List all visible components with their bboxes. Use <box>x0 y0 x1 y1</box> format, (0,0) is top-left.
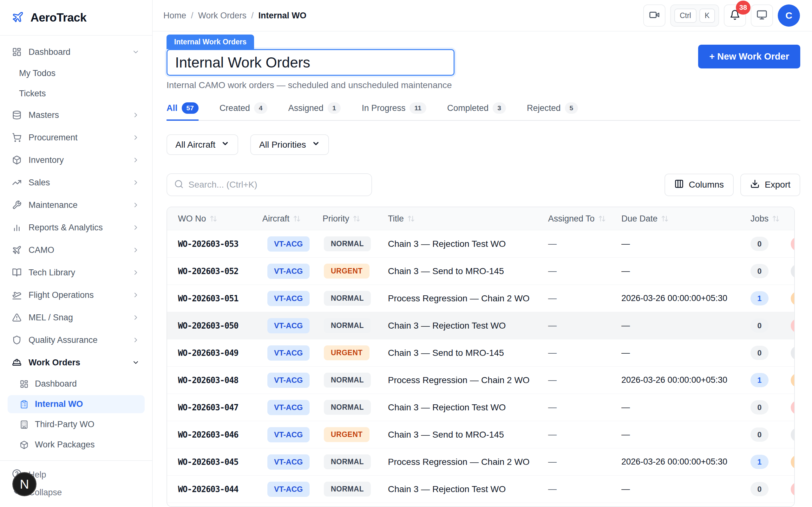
tab-completed[interactable]: Completed3 <box>447 102 506 121</box>
command-palette-shortcut[interactable]: Ctrl K <box>670 4 719 26</box>
search-input[interactable] <box>189 180 364 190</box>
assigned-to-cell: — <box>542 239 619 249</box>
sort-icon <box>293 215 301 222</box>
breadcrumb-section[interactable]: Work Orders <box>198 11 247 20</box>
jobs-count-badge: 0 <box>751 400 768 414</box>
tab-created[interactable]: Created4 <box>219 102 267 121</box>
sidebar-item-camo[interactable]: CAMO <box>8 240 145 260</box>
columns-button[interactable]: Columns <box>664 174 734 196</box>
aircraft-cell: VT-ACG <box>262 291 322 306</box>
sidebar-item-tickets[interactable]: Tickets <box>8 84 145 103</box>
due-date-cell: — <box>619 402 748 412</box>
due-date-cell: — <box>619 484 748 494</box>
sidebar-item-label: MEL / Snag <box>29 313 73 323</box>
warning-icon <box>12 313 21 322</box>
table-row[interactable]: WO-202603-051VT-ACGNORMALProcess Regress… <box>167 285 794 312</box>
sidebar-item-sales[interactable]: Sales <box>8 172 145 193</box>
sidebar-item-work-packages[interactable]: Work Packages <box>8 436 145 454</box>
table-row[interactable]: WO-202603-053VT-ACGNORMALChain 3 — Rejec… <box>167 230 794 257</box>
table-row[interactable]: WO-202603-044VT-ACGNORMALChain 3 — Rejec… <box>167 475 794 503</box>
table-row[interactable]: WO-202603-049VT-ACGURGENTChain 3 — Send … <box>167 339 794 366</box>
sidebar-item-label: Tickets <box>19 89 46 99</box>
jobs-count-badge: 1 <box>751 455 768 469</box>
chevron-down-icon <box>312 139 320 150</box>
export-button[interactable]: Export <box>740 174 800 196</box>
sidebar-nav: DashboardMy TodosTicketsMastersProcureme… <box>0 36 152 456</box>
sidebar-item-label: Tech Library <box>29 268 75 278</box>
sidebar-item-my-todos[interactable]: My Todos <box>8 64 145 82</box>
column-header-assigned-to[interactable]: Assigned To <box>542 214 619 224</box>
sidebar-item-dashboard[interactable]: Dashboard <box>8 42 145 62</box>
sidebar-item-inventory[interactable]: Inventory <box>8 150 145 170</box>
display-mode-button[interactable] <box>751 4 773 26</box>
sidebar-item-label: Third-Party WO <box>35 419 95 429</box>
column-header-aircraft[interactable]: Aircraft <box>262 214 322 224</box>
table-row[interactable]: WO-202603-052VT-ACGURGENTChain 3 — Send … <box>167 257 794 285</box>
sidebar-item-reports-analytics[interactable]: Reports & Analytics <box>8 217 145 238</box>
work-orders-table: WO NoAircraftPriorityTitleAssigned ToDue… <box>166 207 795 507</box>
tab-count-badge: 3 <box>493 102 506 114</box>
tab-count-badge: 5 <box>565 102 578 114</box>
table-row[interactable]: WO-202603-046VT-ACGURGENTChain 3 — Send … <box>167 421 794 448</box>
jobs-cell: 0 <box>748 264 794 278</box>
column-header-label: Priority <box>322 214 349 224</box>
sidebar-item-internal-wo[interactable]: Internal WO <box>8 395 145 413</box>
chevron-right-icon <box>132 224 140 231</box>
chevron-right-icon <box>132 314 140 321</box>
tab-all[interactable]: All57 <box>166 102 199 121</box>
chevron-right-icon <box>132 179 140 186</box>
shield-icon <box>12 335 21 345</box>
sidebar-item-masters[interactable]: Masters <box>8 105 145 125</box>
priority-filter-select[interactable]: All Priorities <box>250 134 329 155</box>
aircraft-filter-select[interactable]: All Aircraft <box>166 134 238 155</box>
table-row[interactable]: WO-202603-050VT-ACGNORMALChain 3 — Rejec… <box>167 312 794 339</box>
column-header-priority[interactable]: Priority <box>322 214 386 224</box>
aircraft-cell: VT-ACG <box>262 345 322 360</box>
table-row[interactable]: WO-202603-048VT-ACGNORMALProcess Regress… <box>167 366 794 394</box>
priority-badge: NORMAL <box>324 291 371 306</box>
column-header-title[interactable]: Title <box>386 214 542 224</box>
title-cell: Chain 3 — Rejection Test WO <box>386 321 542 331</box>
box-icon <box>20 441 29 449</box>
tab-assigned[interactable]: Assigned1 <box>288 102 341 121</box>
sidebar-item-tech-library[interactable]: Tech Library <box>8 262 145 283</box>
column-header-jobs[interactable]: Jobs <box>748 214 794 224</box>
sidebar-item-procurement[interactable]: Procurement <box>8 127 145 148</box>
sidebar-item-third-party-wo[interactable]: Third-Party WO <box>8 415 145 434</box>
sidebar-item-dashboard[interactable]: Dashboard <box>8 375 145 393</box>
tab-rejected[interactable]: Rejected5 <box>527 102 578 121</box>
sidebar-item-maintenance[interactable]: Maintenance <box>8 195 145 215</box>
screen-record-button[interactable] <box>643 4 665 26</box>
building-icon <box>20 420 29 429</box>
book-icon <box>12 268 21 277</box>
app-title: AeroTrack <box>31 11 87 24</box>
sidebar-item-work-orders[interactable]: Work Orders <box>8 352 145 373</box>
aircraft-badge: VT-ACG <box>267 482 310 497</box>
sidebar-item-flight-operations[interactable]: Flight Operations <box>8 285 145 305</box>
priority-badge: NORMAL <box>324 482 371 497</box>
assigned-to-cell: — <box>542 321 619 331</box>
table-row[interactable]: WO-202603-047VT-ACGNORMALChain 3 — Rejec… <box>167 394 794 421</box>
priority-badge: URGENT <box>324 427 369 442</box>
app-logo[interactable]: AeroTrack <box>0 0 152 36</box>
dev-tools-badge[interactable]: N <box>12 472 37 496</box>
assigned-to-cell: — <box>542 266 619 276</box>
due-date-cell: — <box>619 266 748 276</box>
notifications-button[interactable]: 38 <box>724 4 746 26</box>
sidebar-item-mel-snag[interactable]: MEL / Snag <box>8 307 145 328</box>
page-title-input[interactable] <box>166 49 455 76</box>
priority-badge: NORMAL <box>324 454 371 469</box>
user-avatar[interactable]: C <box>778 4 800 26</box>
breadcrumb-home[interactable]: Home <box>163 11 186 20</box>
chevron-right-icon <box>132 246 140 254</box>
column-header-due-date[interactable]: Due Date <box>619 214 748 224</box>
sidebar-item-quality-assurance[interactable]: Quality Assurance <box>8 330 145 350</box>
table-row[interactable]: WO-202603-045VT-ACGNORMALProcess Regress… <box>167 448 794 475</box>
new-work-order-button[interactable]: + New Work Order <box>698 45 800 68</box>
priority-cell: NORMAL <box>322 318 386 333</box>
column-header-wo-no[interactable]: WO No <box>167 214 262 224</box>
priority-cell: NORMAL <box>322 454 386 469</box>
tab-in-progress[interactable]: In Progress11 <box>362 102 426 121</box>
plane-logo-icon <box>12 11 24 24</box>
table-toolbar: Columns Export <box>166 173 800 196</box>
